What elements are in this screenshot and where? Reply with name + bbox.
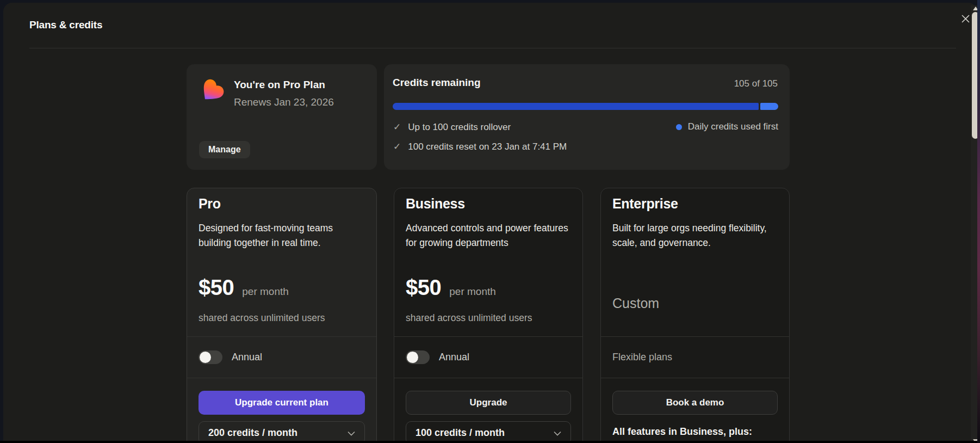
- credits-feature-label: Up to 100 credits rollover: [408, 122, 511, 133]
- plan-description: Advanced controls and power features for…: [406, 221, 571, 250]
- daily-credits-legend-label: Daily credits used first: [688, 121, 778, 132]
- plan-price-note: shared across unlimited users: [199, 312, 325, 324]
- annual-toggle[interactable]: [199, 350, 222, 364]
- progress-main-segment: [393, 103, 759, 110]
- current-plan-title: You're on Pro Plan: [234, 79, 325, 91]
- plan-price-suffix: per month: [242, 286, 289, 298]
- plans-credits-modal: Plans & credits: [3, 3, 977, 443]
- check-icon: ✓: [393, 121, 401, 133]
- billing-toggle-band: Annual: [187, 336, 376, 378]
- plan-description: Designed for fast-moving teams building …: [199, 221, 365, 250]
- page-title: Plans & credits: [29, 19, 102, 31]
- manage-button[interactable]: Manage: [199, 141, 250, 158]
- book-a-demo-button[interactable]: Book a demo: [612, 391, 778, 415]
- plan-price: $50: [199, 275, 234, 300]
- plan-price-note: shared across unlimited users: [406, 312, 532, 324]
- credits-feature-row: ✓ 100 credits reset on 23 Jan at 7:41 PM: [393, 141, 567, 152]
- progress-daily-segment: [760, 103, 778, 110]
- chevron-down-icon: [348, 428, 355, 438]
- current-plan-renewal: Renews Jan 23, 2026: [234, 96, 334, 108]
- credits-amount-value: 200 credits / month: [208, 427, 297, 439]
- header-divider: [29, 48, 956, 48]
- plan-card-business: Business Advanced controls and power fea…: [394, 188, 583, 443]
- check-icon: ✓: [393, 141, 401, 152]
- close-icon: [961, 14, 970, 26]
- credits-title: Credits remaining: [393, 77, 481, 89]
- plan-name: Pro: [199, 196, 221, 212]
- plan-name: Business: [406, 196, 465, 212]
- lovable-heart-logo: [199, 78, 225, 104]
- bottom-cutoff-strip: [0, 441, 977, 443]
- plan-card-enterprise: Enterprise Built for large orgs needing …: [600, 188, 790, 443]
- upgrade-button[interactable]: Upgrade: [406, 391, 571, 415]
- plan-price-suffix: per month: [449, 286, 496, 298]
- credits-feature-row: ✓ Up to 100 credits rollover: [393, 121, 511, 133]
- plan-description: Built for large orgs needing flexibility…: [612, 221, 778, 250]
- plan-name: Enterprise: [612, 196, 678, 212]
- current-plan-card: You're on Pro Plan Renews Jan 23, 2026 M…: [187, 64, 377, 170]
- plan-price-custom: Custom: [612, 296, 659, 311]
- annual-toggle[interactable]: [406, 350, 430, 364]
- flexible-plans-band: Flexible plans: [601, 336, 789, 378]
- flexible-plans-label: Flexible plans: [612, 352, 672, 363]
- credits-amount-dropdown[interactable]: 200 credits / month: [199, 421, 365, 443]
- credits-usage-count: 105 of 105: [734, 78, 778, 89]
- toggle-knob: [200, 352, 211, 363]
- credits-progress-bar: [393, 103, 778, 110]
- annual-toggle-label: Annual: [232, 352, 262, 363]
- credits-feature-label: 100 credits reset on 23 Jan at 7:41 PM: [408, 141, 567, 152]
- billing-toggle-band: Annual: [394, 336, 582, 378]
- chevron-down-icon: [554, 428, 561, 438]
- page-background-edge: [977, 0, 980, 443]
- credits-card: Credits remaining 105 of 105 ✓ Up to 100…: [384, 64, 790, 170]
- credits-amount-dropdown[interactable]: 100 credits / month: [406, 421, 571, 443]
- plan-price-row: $50 per month: [199, 275, 289, 300]
- plan-price: $50: [406, 275, 441, 300]
- upgrade-current-plan-button[interactable]: Upgrade current plan: [199, 391, 365, 415]
- toggle-knob: [407, 352, 418, 363]
- daily-credits-legend: Daily credits used first: [676, 121, 778, 132]
- plan-card-pro: Pro Designed for fast-moving teams build…: [187, 188, 377, 443]
- blue-dot-icon: [676, 124, 682, 130]
- enterprise-features-heading: All features in Business, plus:: [612, 426, 752, 438]
- plan-price-row: $50 per month: [406, 275, 496, 300]
- annual-toggle-label: Annual: [439, 352, 469, 363]
- credits-amount-value: 100 credits / month: [415, 427, 505, 439]
